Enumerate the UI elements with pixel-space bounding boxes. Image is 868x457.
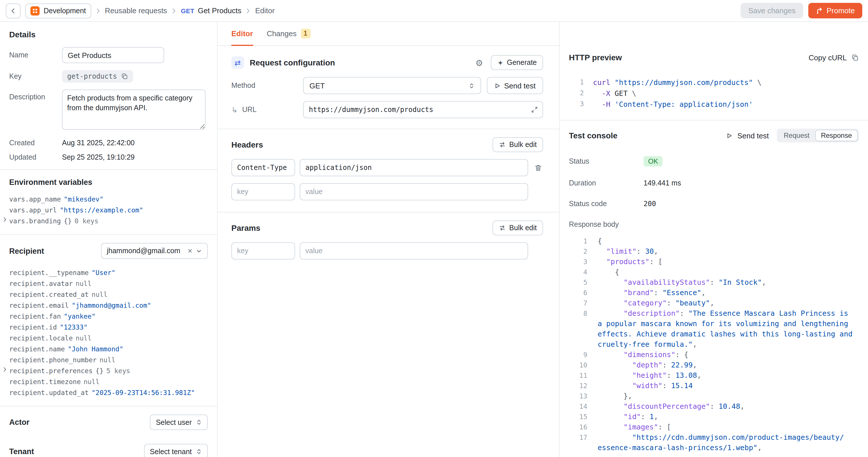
variable-row: vars.app_name "mikesdev" bbox=[9, 193, 208, 204]
param-key-input[interactable] bbox=[231, 242, 295, 260]
status-label: Status bbox=[569, 157, 644, 165]
variable-row: vars.app_url "https://example.com" bbox=[9, 204, 208, 215]
attribute-key: recipient.phone_number bbox=[9, 356, 97, 364]
recipient-attribute-row: recipient.name "John Hammond" bbox=[9, 343, 208, 354]
request-name: Get Products bbox=[198, 6, 241, 15]
key-value: get-products bbox=[67, 72, 117, 80]
save-changes-button[interactable]: Save changes bbox=[741, 3, 803, 19]
recipient-attribute-row: recipient.avatar null bbox=[9, 278, 208, 289]
request-configuration-header: ⇄ Request configuration ⚙ ✦ Generate bbox=[231, 55, 543, 70]
request-configuration-title: Request configuration bbox=[250, 58, 335, 67]
code-line: 17 "https://cdn.dummyjson.com/product-im… bbox=[569, 432, 859, 443]
play-icon bbox=[494, 82, 501, 89]
promote-button[interactable]: Promote bbox=[808, 3, 862, 19]
status-badge: OK bbox=[644, 156, 663, 166]
headers-bulk-edit-button[interactable]: Bulk edit bbox=[493, 137, 543, 152]
tab-editor[interactable]: Editor bbox=[231, 22, 253, 46]
header-value-input[interactable] bbox=[300, 159, 528, 176]
environment-name: Development bbox=[43, 7, 86, 14]
request-response-toggle: Request Response bbox=[777, 129, 859, 142]
expand-chevron-icon[interactable] bbox=[2, 367, 7, 372]
url-input[interactable] bbox=[303, 101, 543, 118]
method-select[interactable]: GET bbox=[303, 77, 481, 94]
back-button[interactable] bbox=[6, 3, 21, 18]
swap-arrows-icon: ⇄ bbox=[231, 56, 244, 69]
attribute-key: recipient.name bbox=[9, 345, 65, 353]
variable-row: vars.branding {} 0 keys bbox=[9, 215, 208, 226]
attribute-value: null bbox=[76, 334, 92, 342]
code-line: 8 "description": "The Essence Mascara La… bbox=[569, 308, 859, 318]
header-key-input[interactable] bbox=[231, 159, 295, 176]
expand-url-button[interactable] bbox=[530, 105, 539, 114]
code-line: 15 "id": 1, bbox=[569, 412, 859, 422]
recipient-attribute-row: recipient.preferences {} 5 keys bbox=[9, 365, 208, 376]
response-tab[interactable]: Response bbox=[815, 130, 858, 141]
copy-curl-button[interactable]: Copy cURL bbox=[809, 53, 859, 62]
main-layout: Details Name Key get-products Descripti bbox=[0, 22, 868, 457]
request-configuration-section: ⇄ Request configuration ⚙ ✦ Generate Met… bbox=[218, 46, 559, 129]
breadcrumb-request[interactable]: GET Get Products bbox=[181, 6, 241, 15]
expand-chevron-icon[interactable] bbox=[2, 217, 7, 222]
attribute-key: recipient.locale bbox=[9, 334, 73, 342]
recipient-select[interactable]: jhammond@gmail.com bbox=[101, 243, 208, 259]
actor-header: Actor Select user bbox=[9, 415, 208, 430]
breadcrumb-environment[interactable]: Development bbox=[25, 3, 91, 18]
key-chip: get-products bbox=[62, 70, 133, 83]
updated-row: Updated Sep 25 2025, 19:10:29 bbox=[9, 153, 208, 161]
code-line: 1{ bbox=[569, 236, 859, 246]
description-textarea[interactable]: Fetch products from a specific category … bbox=[62, 90, 206, 130]
code-line: effects. Achieve dramatic lashes with th… bbox=[569, 329, 859, 339]
request-tab[interactable]: Request bbox=[778, 130, 815, 141]
actor-select[interactable]: Select user bbox=[150, 415, 208, 430]
variable-value: "mikesdev" bbox=[64, 195, 104, 203]
header-value-input[interactable] bbox=[300, 183, 528, 201]
response-body-row: Response body bbox=[569, 220, 859, 228]
recipient-attributes-list: recipient.__typename "User" recipient.av… bbox=[9, 267, 208, 398]
divider bbox=[560, 120, 868, 121]
header-key-input[interactable] bbox=[231, 183, 295, 201]
generate-button[interactable]: ✦ Generate bbox=[491, 55, 543, 70]
http-preview-title: HTTP preview bbox=[569, 53, 622, 62]
bulk-edit-icon bbox=[499, 224, 506, 232]
settings-button[interactable]: ⚙ bbox=[474, 57, 484, 68]
tenant-header: Tenant Select tenant bbox=[9, 444, 208, 457]
response-body-code-block: 1{2 "limit": 30,3 "products": [4 {5 "ava… bbox=[569, 236, 859, 453]
attribute-value: "12333" bbox=[60, 323, 88, 331]
params-title: Params bbox=[231, 223, 260, 233]
params-section: Params Bulk edit bbox=[218, 212, 559, 271]
console-send-test-button[interactable]: Send test bbox=[726, 131, 769, 140]
clear-icon[interactable] bbox=[187, 248, 193, 254]
gear-icon: ⚙ bbox=[475, 58, 483, 67]
attribute-value: {} bbox=[96, 367, 104, 375]
tab-changes[interactable]: Changes 1 bbox=[267, 22, 310, 46]
code-line: 9 "dimensions": { bbox=[569, 349, 859, 360]
variable-key: vars.branding bbox=[9, 217, 61, 225]
actor-title: Actor bbox=[9, 418, 30, 427]
params-bulk-edit-button[interactable]: Bulk edit bbox=[493, 220, 543, 235]
recipient-attribute-row: recipient.fan "yankee" bbox=[9, 311, 208, 322]
environment-variables-list: vars.app_name "mikesdev" vars.app_url "h… bbox=[9, 193, 208, 226]
copy-key-button[interactable] bbox=[121, 73, 128, 80]
tenant-placeholder: Select tenant bbox=[150, 448, 192, 456]
method-row: Method GET Send test bbox=[231, 77, 543, 94]
delete-header-button[interactable] bbox=[533, 163, 543, 173]
code-line: cruelty-free formula.", bbox=[569, 339, 859, 349]
name-label: Name bbox=[9, 51, 62, 59]
recipient-attribute-row: recipient.email "jhammond@gmail.com" bbox=[9, 300, 208, 311]
tenant-select[interactable]: Select tenant bbox=[144, 444, 208, 457]
name-input[interactable] bbox=[62, 47, 164, 63]
topbar-actions: Save changes Promote bbox=[741, 3, 862, 19]
code-line: 7 "category": "beauty", bbox=[569, 298, 859, 308]
promote-icon bbox=[816, 7, 823, 14]
attribute-value: "yankee" bbox=[64, 312, 96, 320]
variable-key: vars.app_name bbox=[9, 195, 61, 203]
breadcrumb-section[interactable]: Reusable requests bbox=[105, 6, 167, 15]
attribute-value: "jhammond@gmail.com" bbox=[72, 301, 151, 309]
attribute-key: recipient.avatar bbox=[9, 279, 73, 287]
header-row-empty bbox=[231, 183, 543, 201]
chevron-right-icon bbox=[171, 8, 177, 13]
code-line: 6 "brand": "Essence", bbox=[569, 287, 859, 298]
param-value-input[interactable] bbox=[300, 242, 528, 260]
send-test-button[interactable]: Send test bbox=[487, 77, 543, 94]
details-title: Details bbox=[9, 30, 208, 39]
